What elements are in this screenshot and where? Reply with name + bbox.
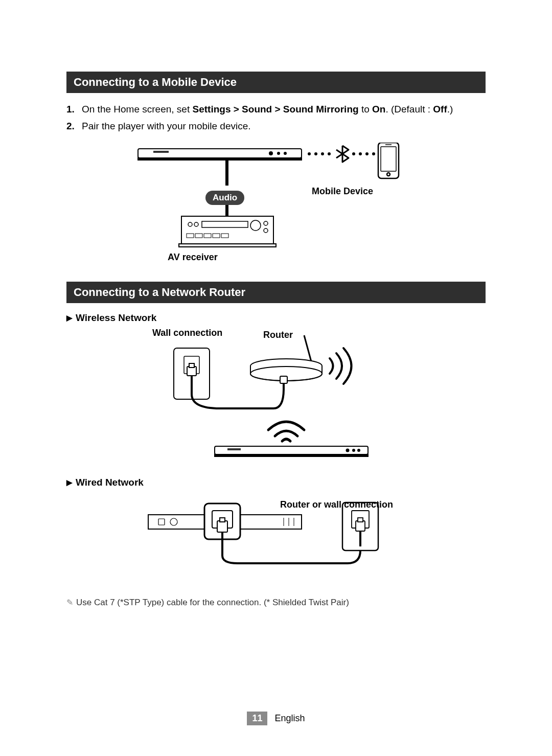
svg-point-11 (359, 152, 362, 155)
svg-point-47 (358, 449, 360, 451)
svg-point-5 (284, 152, 286, 154)
note-icon: ✎ (66, 598, 73, 607)
label-audio-pill: Audio (205, 191, 244, 205)
svg-point-7 (314, 152, 317, 155)
label-mobile-device: Mobile Device (312, 186, 373, 197)
section-heading-router: Connecting to a Network Router (66, 282, 486, 303)
settings-path: Settings > Sound > Sound Mirroring (193, 104, 359, 114)
svg-rect-15 (381, 147, 396, 171)
svg-rect-44 (227, 448, 241, 450)
subheading-wireless: ▶Wireless Network (66, 312, 486, 324)
text-fragment: to (359, 104, 372, 114)
svg-point-9 (328, 152, 331, 155)
svg-rect-56 (217, 521, 227, 532)
note-text: Use Cat 7 (*STP Type) cable for the conn… (76, 598, 349, 607)
diagram-svg (133, 143, 419, 265)
svg-rect-32 (221, 234, 228, 238)
step-2: 2. Pair the player with your mobile devi… (66, 119, 486, 134)
svg-rect-57 (220, 518, 225, 522)
svg-rect-31 (213, 234, 220, 238)
text-fragment: . (Default : (385, 104, 433, 114)
svg-rect-41 (280, 376, 287, 383)
label-router-or-wall: Router or wall connection (280, 499, 393, 510)
svg-rect-61 (358, 518, 363, 522)
av-receiver-icon (179, 216, 276, 247)
svg-point-12 (365, 152, 369, 155)
svg-point-45 (347, 449, 349, 452)
steps-list: 1. On the Home screen, set Settings > So… (66, 102, 486, 133)
text-fragment: .) (447, 104, 453, 114)
svg-rect-20 (181, 216, 273, 244)
subhead-text: Wired Network (76, 477, 144, 488)
label-av-receiver: AV receiver (168, 252, 218, 263)
triangle-icon: ▶ (66, 478, 73, 487)
svg-rect-60 (356, 521, 365, 531)
section-heading-mobile: Connecting to a Mobile Device (66, 72, 486, 93)
svg-point-13 (372, 152, 375, 155)
diagram-mobile-connection: Mobile Device Audio AV receiver (66, 143, 486, 270)
svg-point-10 (352, 152, 355, 155)
label-wall-connection: Wall connection (152, 328, 222, 338)
svg-rect-36 (189, 363, 194, 368)
diagram-wired: Router or wall connection (66, 499, 486, 586)
label-router: Router (263, 330, 293, 340)
wall-jack-icon (174, 348, 210, 399)
step-text: On the Home screen, set Settings > Sound… (82, 102, 453, 117)
svg-point-3 (269, 152, 272, 155)
page-footer: 11English (0, 712, 552, 725)
text-fragment: On the Home screen, set (82, 104, 193, 114)
subheading-wired: ▶Wired Network (66, 477, 486, 488)
bluetooth-icon (336, 146, 349, 162)
svg-rect-28 (187, 234, 194, 238)
svg-rect-29 (195, 234, 202, 238)
svg-rect-21 (179, 244, 276, 247)
wifi-arcs-icon (268, 422, 304, 441)
diagram-svg (143, 499, 409, 576)
phone-icon (378, 143, 399, 178)
step-number: 2. (66, 119, 76, 134)
diagram-svg (153, 328, 399, 461)
player-icon (215, 446, 368, 456)
page-language: English (274, 713, 305, 723)
diagram-wireless: Wall connection Router (66, 328, 486, 466)
svg-rect-1 (138, 158, 302, 160)
note-cable: ✎Use Cat 7 (*STP Type) cable for the con… (66, 598, 486, 608)
page-number: 11 (247, 712, 267, 725)
triangle-icon: ▶ (66, 313, 73, 323)
svg-rect-49 (158, 519, 165, 525)
subhead-text: Wireless Network (76, 312, 156, 323)
step-number: 1. (66, 102, 76, 117)
svg-point-6 (308, 152, 311, 155)
wifi-waves-icon (330, 348, 352, 384)
svg-point-4 (278, 152, 280, 154)
svg-point-46 (353, 449, 355, 451)
step-1: 1. On the Home screen, set Settings > So… (66, 102, 486, 117)
step-text: Pair the player with your mobile device. (82, 119, 251, 134)
value-off: Off (433, 104, 447, 114)
router-icon (250, 335, 322, 383)
value-on: On (372, 104, 385, 114)
svg-rect-43 (215, 454, 368, 456)
svg-point-8 (321, 152, 324, 155)
svg-rect-18 (225, 160, 228, 186)
svg-rect-30 (204, 234, 211, 238)
svg-line-38 (304, 335, 312, 363)
svg-rect-2 (153, 151, 169, 153)
